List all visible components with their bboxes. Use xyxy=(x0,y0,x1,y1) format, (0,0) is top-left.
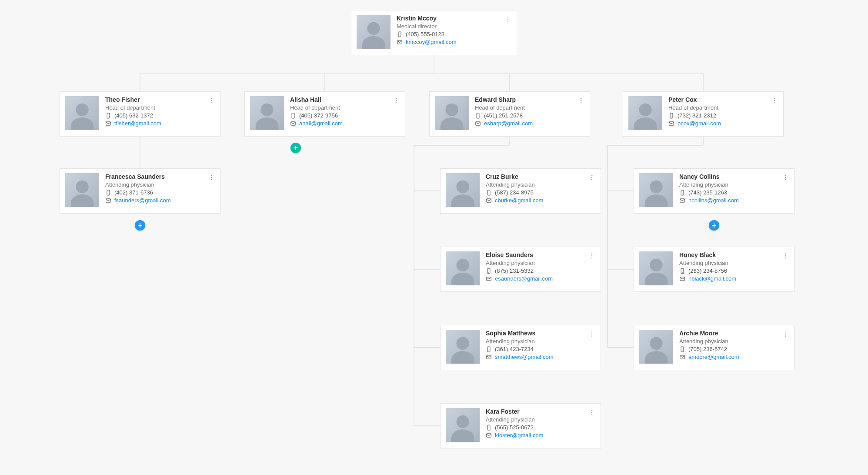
email-link[interactable]: kmccoy@gmail.com xyxy=(406,39,457,45)
phone-text: (705) 236-5742 xyxy=(688,346,727,352)
svg-point-24 xyxy=(507,17,508,17)
phone-text: (875) 231-5332 xyxy=(495,268,534,274)
phone-row: (405) 555-0128 xyxy=(397,31,511,37)
person-card-archie[interactable]: Archie MooreAttending physician(705) 236… xyxy=(634,325,795,370)
person-card-sophia[interactable]: Sophia MatthewsAttending physician(361) … xyxy=(440,325,601,370)
card-menu-button[interactable] xyxy=(391,95,401,107)
mail-icon xyxy=(105,120,111,127)
person-name: Sophia Matthews xyxy=(486,330,595,337)
card-menu-button[interactable] xyxy=(587,329,597,341)
svg-point-103 xyxy=(785,257,786,258)
person-info: Peter CoxHead of department(732) 321-231… xyxy=(668,96,778,132)
email-link[interactable]: esaunders@gmail.com xyxy=(495,275,553,282)
card-menu-button[interactable] xyxy=(206,172,217,184)
card-menu-button[interactable] xyxy=(769,95,780,107)
person-title: Head of department xyxy=(105,104,215,111)
svg-point-26 xyxy=(507,20,508,21)
phone-icon xyxy=(668,113,674,119)
person-card-theo[interactable]: Theo FisherHead of department(405) 632-1… xyxy=(60,91,220,137)
email-link[interactable]: ahall@gmail.com xyxy=(299,120,343,127)
phone-row: (565) 525-0672 xyxy=(486,424,595,431)
phone-text: (405) 632-1372 xyxy=(114,112,153,119)
svg-rect-35 xyxy=(292,113,294,118)
email-link[interactable]: hblack@gmail.com xyxy=(688,275,736,282)
person-info: Alisha HallHead of department(405) 372-9… xyxy=(290,96,400,132)
person-name: Kristin Mccoy xyxy=(397,15,511,22)
person-title: Medical director xyxy=(397,23,511,30)
add-child-button[interactable]: + xyxy=(290,143,301,153)
phone-text: (405) 372-9756 xyxy=(299,112,338,119)
phone-row: (705) 236-5742 xyxy=(679,346,789,352)
svg-point-20 xyxy=(367,22,380,35)
card-menu-button[interactable] xyxy=(206,95,217,107)
email-link[interactable]: cburke@gmail.com xyxy=(495,197,543,204)
svg-point-41 xyxy=(445,104,458,116)
person-name: Francesca Saunders xyxy=(105,173,215,180)
person-card-francesca[interactable]: Francesca SaundersAttending physician(40… xyxy=(60,168,220,214)
card-menu-button[interactable] xyxy=(780,172,791,184)
phone-text: (405) 555-0128 xyxy=(406,31,444,37)
svg-point-60 xyxy=(211,177,212,178)
email-link[interactable]: amoore@gmail.com xyxy=(688,354,739,360)
person-info: Theo FisherHead of department(405) 632-1… xyxy=(105,96,215,132)
svg-point-110 xyxy=(785,335,786,336)
svg-point-88 xyxy=(591,412,592,413)
phone-text: (743) 235-1263 xyxy=(688,189,727,196)
mail-icon xyxy=(679,197,685,204)
card-menu-button[interactable] xyxy=(780,251,791,262)
mail-icon xyxy=(486,197,492,204)
person-card-edward[interactable]: Edward SharpHead of department(451) 251-… xyxy=(429,91,590,137)
person-title: Attending physician xyxy=(105,181,215,188)
add-child-button[interactable]: + xyxy=(135,220,145,231)
person-info: Sophia MatthewsAttending physician(361) … xyxy=(486,330,595,365)
person-name: Theo Fisher xyxy=(105,96,215,103)
email-link[interactable]: tfisher@gmail.com xyxy=(114,120,161,127)
email-link[interactable]: smatthews@gmail.com xyxy=(495,354,554,360)
person-card-kristin[interactable]: Kristin MccoyMedical director(405) 555-0… xyxy=(351,10,517,55)
person-card-nancy[interactable]: Nancy CollinsAttending physician(743) 23… xyxy=(634,168,795,214)
person-title: Head of department xyxy=(668,104,778,111)
svg-point-109 xyxy=(785,334,786,335)
phone-icon xyxy=(105,190,111,196)
svg-point-54 xyxy=(774,102,775,103)
email-link[interactable]: ncollins@gmail.com xyxy=(688,197,739,204)
card-menu-button[interactable] xyxy=(780,329,791,341)
email-link[interactable]: esharp@gmail.com xyxy=(484,120,533,127)
email-row: kfoster@gmail.com xyxy=(486,432,595,438)
person-card-alisha[interactable]: Alisha HallHead of department(405) 372-9… xyxy=(244,91,405,137)
card-menu-button[interactable] xyxy=(587,407,597,419)
person-card-cruz[interactable]: Cruz BurkeAttending physician(587) 234-8… xyxy=(440,168,601,214)
email-row: smatthews@gmail.com xyxy=(486,354,595,360)
person-title: Head of department xyxy=(290,104,400,111)
person-info: Eloise SaundersAttending physician(875) … xyxy=(486,251,595,287)
svg-point-69 xyxy=(456,259,469,271)
person-title: Attending physician xyxy=(486,181,595,188)
card-menu-button[interactable] xyxy=(587,172,597,184)
card-menu-button[interactable] xyxy=(576,95,586,107)
phone-icon xyxy=(105,113,111,119)
email-link[interactable]: fsaunders@gmail.com xyxy=(114,197,171,204)
phone-text: (263) 234-8756 xyxy=(688,268,727,274)
phone-text: (587) 234-8975 xyxy=(495,189,534,196)
svg-point-38 xyxy=(396,98,397,99)
email-link[interactable]: kfoster@gmail.com xyxy=(495,432,543,438)
person-title: Head of department xyxy=(475,104,584,111)
svg-point-97 xyxy=(650,259,662,271)
phone-row: (405) 632-1372 xyxy=(105,112,215,119)
svg-point-96 xyxy=(785,179,786,180)
card-menu-button[interactable] xyxy=(503,14,513,26)
person-card-kara[interactable]: Kara FosterAttending physician(565) 525-… xyxy=(440,403,601,448)
person-card-honey[interactable]: Honey BlackAttending physician(263) 234-… xyxy=(634,247,795,292)
phone-text: (402) 371-6736 xyxy=(114,189,153,196)
card-menu-button[interactable] xyxy=(587,251,597,262)
svg-point-75 xyxy=(591,257,592,258)
mail-icon xyxy=(679,276,685,282)
avatar xyxy=(628,96,662,130)
email-link[interactable]: pcox@gmail.com xyxy=(678,120,721,127)
person-card-peter[interactable]: Peter CoxHead of department(732) 321-231… xyxy=(623,91,784,137)
person-card-eloise[interactable]: Eloise SaundersAttending physician(875) … xyxy=(440,247,601,292)
phone-icon xyxy=(486,425,492,431)
add-child-button[interactable]: + xyxy=(709,220,719,231)
avatar xyxy=(639,173,673,207)
person-name: Peter Cox xyxy=(668,96,778,103)
